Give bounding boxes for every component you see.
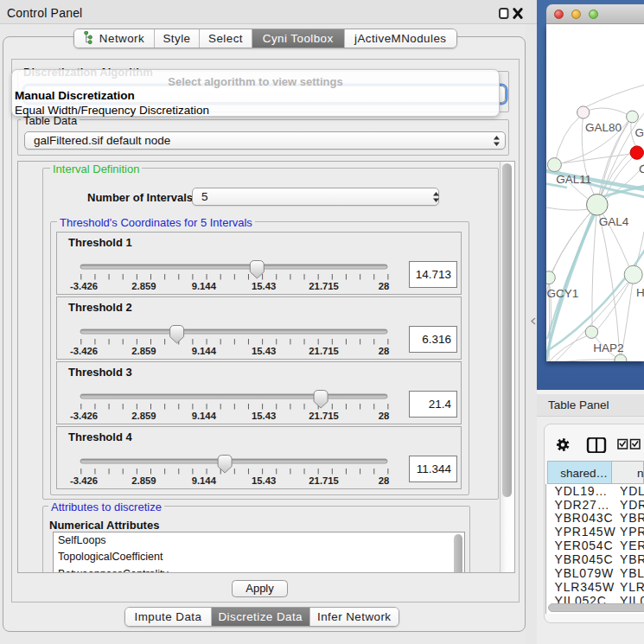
svg-text:15.43: 15.43 xyxy=(252,475,276,486)
svg-text:GCY1: GCY1 xyxy=(547,287,579,300)
svg-text:-3.426: -3.426 xyxy=(70,346,98,356)
svg-text:C: C xyxy=(639,163,644,175)
svg-text:2.859: 2.859 xyxy=(131,411,156,421)
svg-text:GAL11: GAL11 xyxy=(556,173,591,186)
svg-text:-3.426: -3.426 xyxy=(70,281,98,291)
svg-text:-3.426: -3.426 xyxy=(70,411,98,421)
svg-text:2.859: 2.859 xyxy=(131,346,156,356)
svg-text:2.859: 2.859 xyxy=(131,281,156,291)
svg-text:9.144: 9.144 xyxy=(192,281,217,291)
svg-text:HAP2: HAP2 xyxy=(593,341,623,354)
svg-text:GA: GA xyxy=(635,126,644,139)
svg-text:28: 28 xyxy=(379,281,390,291)
svg-text:GAL4: GAL4 xyxy=(599,215,629,228)
svg-text:21.715: 21.715 xyxy=(309,411,339,421)
svg-text:28: 28 xyxy=(379,475,390,486)
svg-text:2.859: 2.859 xyxy=(131,475,156,486)
svg-text:9.144: 9.144 xyxy=(192,411,217,421)
svg-text:15.43: 15.43 xyxy=(252,346,276,356)
svg-text:15.43: 15.43 xyxy=(252,411,276,421)
svg-text:28: 28 xyxy=(379,411,390,421)
svg-text:HIS: HIS xyxy=(636,286,644,299)
svg-text:21.715: 21.715 xyxy=(309,346,339,356)
svg-text:21.715: 21.715 xyxy=(309,281,339,291)
svg-text:9.144: 9.144 xyxy=(192,346,217,356)
svg-text:GAL80: GAL80 xyxy=(585,121,622,134)
svg-text:9.144: 9.144 xyxy=(192,475,217,486)
svg-text:-3.426: -3.426 xyxy=(70,475,98,486)
svg-text:28: 28 xyxy=(379,346,390,356)
svg-text:15.43: 15.43 xyxy=(252,281,276,291)
svg-text:21.715: 21.715 xyxy=(309,475,339,486)
